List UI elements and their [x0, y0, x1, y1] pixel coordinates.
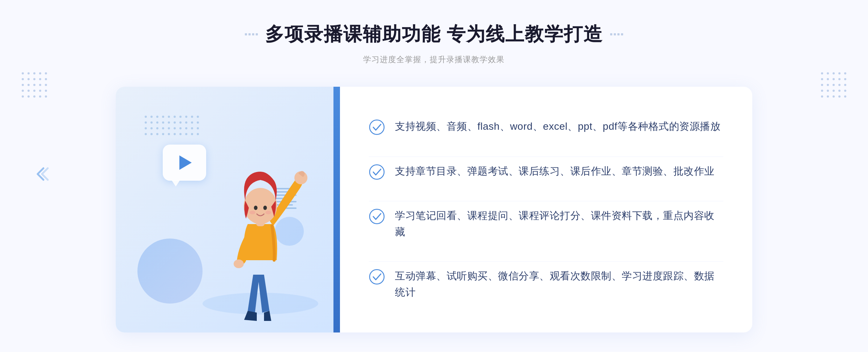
feature-text-3: 学习笔记回看、课程提问、课程评论打分、课件资料下载，重点内容收藏 [395, 208, 723, 240]
check-circle-icon-2 [369, 164, 385, 180]
feature-text-2: 支持章节目录、弹题考试、课后练习、课后作业、章节测验、批改作业 [395, 163, 715, 180]
svg-point-2 [234, 259, 244, 268]
feature-text-1: 支持视频、音频、flash、word、excel、ppt、pdf等各种格式的资源… [395, 119, 720, 135]
chevron-left-icon[interactable] [32, 165, 51, 188]
page-subtitle: 学习进度全掌握，提升录播课教学效果 [245, 54, 623, 65]
feature-item-4: 互动弹幕、试听购买、微信分享、观看次数限制、学习进度跟踪、数据统计 [369, 261, 723, 307]
svg-point-7 [250, 211, 255, 214]
feature-text-4: 互动弹幕、试听购买、微信分享、观看次数限制、学习进度跟踪、数据统计 [395, 268, 723, 301]
main-card: 支持视频、音频、flash、word、excel、ppt、pdf等各种格式的资源… [116, 87, 752, 332]
content-area: 支持视频、音频、flash、word、excel、ppt、pdf等各种格式的资源… [340, 87, 752, 332]
page-title: 多项录播课辅助功能 专为线上教学打造 [265, 22, 603, 47]
header-decoration-right [610, 33, 623, 35]
blue-accent-bar [333, 87, 340, 332]
character-illustration [192, 123, 329, 332]
check-circle-icon-1 [369, 119, 385, 135]
svg-point-11 [370, 209, 384, 224]
svg-point-12 [370, 270, 384, 284]
feature-item-3: 学习笔记回看、课程提问、课程评论打分、课件资料下载，重点内容收藏 [369, 201, 723, 247]
illustration-dots-background [145, 116, 199, 135]
play-icon [179, 155, 192, 170]
svg-point-5 [254, 206, 258, 210]
illustration-area [116, 87, 340, 332]
check-circle-icon-4 [369, 269, 385, 285]
header-decoration-left [245, 33, 258, 35]
check-circle-icon-3 [369, 209, 385, 224]
outer-dots-right-decoration [821, 72, 846, 98]
page-header: 多项录播课辅助功能 专为线上教学打造 学习进度全掌握，提升录播课教学效果 [245, 22, 623, 65]
feature-item-2: 支持章节目录、弹题考试、课后练习、课后作业、章节测验、批改作业 [369, 156, 723, 186]
svg-point-10 [370, 165, 384, 179]
svg-point-9 [370, 120, 384, 134]
feature-item-1: 支持视频、音频、flash、word、excel、ppt、pdf等各种格式的资源… [369, 112, 723, 142]
svg-point-6 [263, 206, 267, 210]
outer-dots-left-decoration [22, 72, 47, 98]
page-container: 多项录播课辅助功能 专为线上教学打造 学习进度全掌握，提升录播课教学效果 [0, 0, 868, 352]
svg-point-8 [265, 211, 271, 214]
